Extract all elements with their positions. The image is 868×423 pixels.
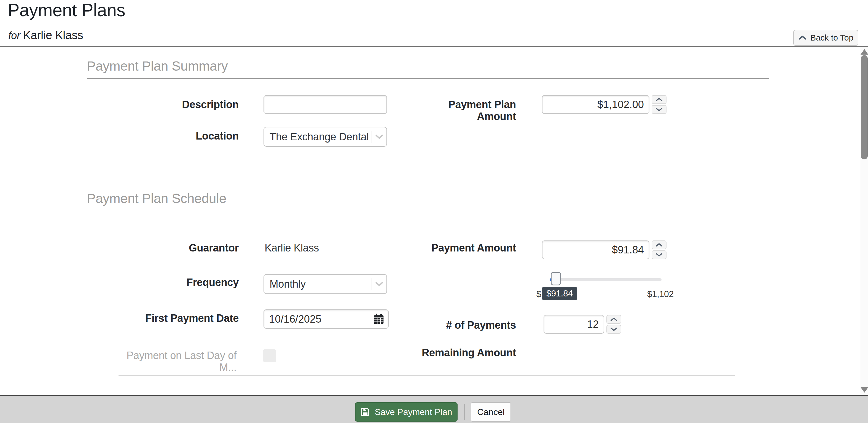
num-payments-increment-button[interactable]: [607, 315, 621, 324]
location-label: Location: [138, 130, 239, 142]
back-to-top-label: Back to Top: [810, 33, 854, 42]
chevron-down-icon: [372, 134, 386, 139]
location-selected-value: The Exchange Dental: [264, 131, 372, 143]
summary-section-heading: Payment Plan Summary: [87, 58, 228, 73]
section-bottom-divider: [119, 375, 735, 375]
first-payment-date-field: [264, 309, 389, 329]
schedule-section-heading: Payment Plan Schedule: [87, 191, 226, 206]
scrollbar-thumb[interactable]: [861, 55, 868, 159]
payment-amount-decrement-button[interactable]: [652, 250, 666, 259]
scrollbar-up-arrow[interactable]: [861, 49, 868, 55]
plan-amount-input[interactable]: [542, 95, 649, 114]
first-payment-date-input[interactable]: [264, 309, 389, 329]
page-header: Payment Plans forKarlie Klass Back to To…: [0, 0, 868, 47]
cancel-button[interactable]: Cancel: [471, 402, 511, 422]
guarantor-label: Guarantor: [138, 242, 239, 254]
payment-amount-slider-handle[interactable]: [551, 272, 561, 285]
last-day-of-month-checkbox[interactable]: [263, 349, 276, 362]
chevron-down-icon: [372, 281, 386, 286]
slider-min-label: $: [536, 289, 541, 299]
schedule-section-rule: [87, 211, 769, 211]
footer-action-bar: Save Payment Plan Cancel: [0, 395, 868, 423]
location-dropdown[interactable]: The Exchange Dental: [264, 127, 387, 147]
payment-amount-increment-button[interactable]: [652, 240, 666, 249]
page-subtitle: forKarlie Klass: [8, 29, 83, 42]
chevron-up-icon: [655, 97, 663, 102]
num-payments-decrement-button[interactable]: [607, 325, 621, 334]
save-payment-plan-button[interactable]: Save Payment Plan: [355, 402, 458, 422]
chevron-down-icon: [655, 252, 663, 257]
frequency-selected-value: Monthly: [264, 278, 372, 290]
plan-amount-decrement-button[interactable]: [652, 105, 666, 114]
footer-button-divider: [464, 404, 465, 420]
chevron-down-icon: [655, 107, 663, 112]
plan-amount-spinner: [652, 95, 666, 114]
chevron-up-icon: [655, 243, 663, 247]
save-floppy-icon: [360, 407, 370, 417]
slider-value-tooltip: $91.84: [542, 287, 577, 300]
chevron-down-icon: [610, 327, 617, 331]
payment-plans-screen: Payment Plans forKarlie Klass Back to To…: [0, 0, 868, 423]
frequency-dropdown[interactable]: Monthly: [264, 274, 387, 294]
description-input[interactable]: [264, 95, 387, 114]
last-day-of-month-label: Payment on Last Day of M...: [116, 350, 237, 373]
frequency-label: Frequency: [138, 277, 239, 289]
vertical-scrollbar: [860, 47, 868, 395]
summary-section-rule: [87, 78, 769, 79]
payment-amount-spinner: [652, 240, 666, 259]
calendar-icon[interactable]: [373, 313, 385, 325]
chevron-up-icon: [610, 317, 617, 322]
subtitle-prefix: for: [8, 30, 20, 41]
plan-amount-label: Payment Plan Amount: [413, 99, 516, 122]
scrollbar-down-arrow[interactable]: [861, 387, 868, 393]
patient-name: Karlie Klass: [23, 29, 83, 42]
plan-amount-increment-button[interactable]: [652, 95, 666, 104]
form-scroll-area: Payment Plan Summary Description Payment…: [0, 47, 860, 395]
payment-amount-label: Payment Amount: [413, 242, 516, 254]
num-payments-input[interactable]: [544, 315, 604, 334]
payment-amount-slider-track[interactable]: [550, 278, 661, 281]
save-button-label: Save Payment Plan: [375, 407, 452, 417]
description-label: Description: [138, 99, 239, 111]
payment-amount-input[interactable]: [542, 240, 649, 259]
page-title: Payment Plans: [8, 0, 125, 21]
num-payments-spinner: [607, 315, 621, 334]
guarantor-value: Karlie Klass: [265, 242, 319, 254]
slider-max-label: $1,102: [634, 289, 674, 299]
first-payment-date-label: First Payment Date: [116, 312, 239, 324]
num-payments-label: # of Payments: [413, 319, 516, 331]
back-to-top-button[interactable]: Back to Top: [793, 30, 858, 46]
chevron-up-icon: [798, 35, 807, 40]
remaining-amount-label: Remaining Amount: [413, 347, 516, 359]
